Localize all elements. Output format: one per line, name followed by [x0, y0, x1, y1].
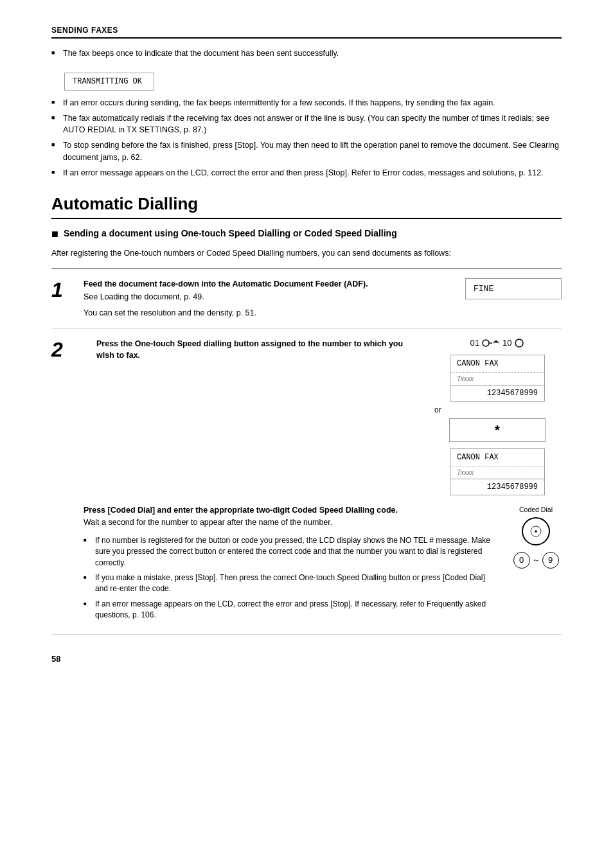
svg-point-5: [515, 339, 523, 347]
step-2-sub-bullets: If no number is registered for the butto…: [84, 535, 500, 621]
svg-point-0: [483, 340, 489, 346]
range-end-circle: [514, 338, 524, 348]
section-header: SENDING FAXES: [51, 26, 562, 39]
coded-dial-circle-icon: [522, 517, 550, 545]
note-1: If an error occurs during sending, the f…: [51, 97, 562, 109]
range-circle-icon: [482, 339, 500, 348]
transmitting-ok-display: TRANSMITTING OK: [64, 73, 154, 91]
step-2-title: Press the One-touch Speed dialling butto…: [96, 338, 420, 362]
page-number: 58: [51, 654, 562, 664]
coded-dial-label: Coded Dial: [519, 506, 553, 513]
step-1-number: 1: [51, 278, 84, 300]
or-1: or: [434, 405, 441, 414]
step-1-right: FINE: [433, 278, 562, 302]
step-1-subtitle: See Loading the document, p. 49.: [84, 292, 427, 303]
lcd2-name: CANON FAX: [450, 448, 545, 466]
coded-dial-title: Press [Coded Dial] and enter the appropr…: [84, 504, 500, 517]
lcd1-ticker: Txxxx: [450, 372, 545, 385]
asterisk-display: *: [449, 418, 546, 442]
range-zero: 0: [513, 552, 530, 569]
intro-bullet: The fax beeps once to indicate that the …: [51, 48, 562, 60]
step-1-lcd: FINE: [465, 278, 562, 299]
range-start: 01: [470, 338, 479, 348]
range-nine: 9: [542, 552, 559, 569]
range-indicator: 01 10: [470, 338, 525, 348]
coded-dial-icons: Coded Dial 0 ～ 9: [510, 504, 562, 569]
step-2-number: 2: [51, 338, 84, 360]
lcd1-number: 12345678999: [450, 385, 545, 402]
sub-heading-text: Sending a document using One-touch Speed…: [64, 228, 397, 238]
lcd-group-1: CANON FAX Txxxx 12345678999: [450, 355, 545, 402]
sub-bullet-1: If no number is registered for the butto…: [84, 535, 500, 569]
step-1-title: Feed the document face-down into the Aut…: [84, 278, 427, 290]
step-1-content: Feed the document face-down into the Aut…: [84, 278, 433, 319]
coded-range: 0 ～ 9: [513, 552, 559, 569]
step-2-row: 2 Press the One-touch Speed dialling but…: [51, 338, 562, 495]
svg-point-7: [535, 530, 537, 533]
coded-dial-section: Press [Coded Dial] and enter the appropr…: [84, 504, 562, 625]
coded-dial-sub: Wait a second for the number to appear a…: [84, 517, 500, 529]
lcd2-number: 12345678999: [450, 479, 545, 495]
sub-bullet-3: If an error message appears on the LCD, …: [84, 599, 500, 621]
intro-bullet-list: The fax beeps once to indicate that the …: [51, 48, 562, 60]
intro-paragraph: After registering the One-touch numbers …: [51, 247, 562, 260]
steps-container: 1 Feed the document face-down into the A…: [51, 269, 562, 635]
coded-dial-content: Press [Coded Dial] and enter the appropr…: [84, 504, 500, 625]
auto-dialling-heading: Automatic Dialling: [51, 194, 562, 219]
sub-heading-bullet-icon: ■: [51, 228, 58, 241]
note-4: If an error message appears on the LCD, …: [51, 167, 562, 179]
lcd2-ticker: Txxxx: [450, 466, 545, 479]
note-3: To stop sending before the fax is finish…: [51, 139, 562, 164]
step-2: 2 Press the One-touch Speed dialling but…: [51, 329, 562, 635]
sub-heading: ■ Sending a document using One-touch Spe…: [51, 228, 562, 241]
step-2-right: 01 10 CANON FAX Txxx: [433, 338, 562, 495]
lcd1-name: CANON FAX: [450, 355, 545, 372]
note-2: The fax automatically redials if the rec…: [51, 112, 562, 137]
step-1: 1 Feed the document face-down into the A…: [51, 269, 562, 329]
step-1-extra: You can set the resolution and the densi…: [84, 308, 427, 319]
step-2-content: Press the One-touch Speed dialling butto…: [96, 338, 420, 364]
lcd-group-2: CANON FAX Txxxx 12345678999: [450, 448, 545, 495]
dial-circle-inner: [529, 525, 542, 538]
range-end: 10: [502, 338, 511, 348]
range-tilde: ～: [532, 554, 540, 566]
sub-bullet-2: If you make a mistake, press [Stop]. The…: [84, 572, 500, 595]
notes-list: If an error occurs during sending, the f…: [51, 97, 562, 179]
